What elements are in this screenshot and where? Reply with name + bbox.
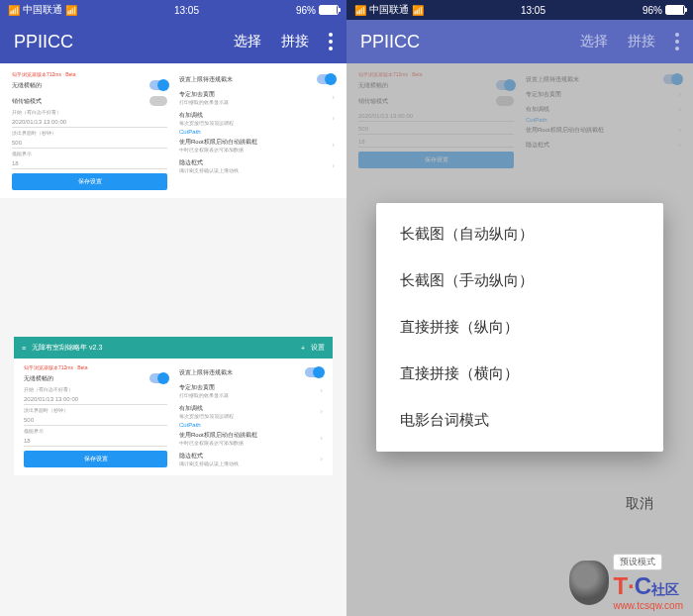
settings-panel-top: 知乎浏览器版本712ms · Beta 无缝横幅的 销传输模式 开始（有白边不好… [0, 63, 346, 198]
splice-action[interactable]: 拼接 [281, 33, 309, 51]
settings-label[interactable]: 设置 [311, 343, 325, 353]
panel-header: ≡ 无障有室刮锦略年 v2.3 + 设置 [14, 337, 333, 359]
status-time: 13:05 [521, 5, 545, 16]
setting-label: 低能界示 [12, 151, 167, 156]
chevron-right-icon[interactable]: › [332, 161, 335, 170]
battery-icon [665, 5, 685, 15]
setting-item: 无缝横幅的 [12, 81, 42, 90]
overflow-menu-icon [675, 33, 679, 51]
setting-sub: 满计刷支持确认该上滑动线 [179, 167, 239, 173]
toggle-transfer[interactable] [149, 96, 167, 106]
status-bar: 📶 中国联通 📶 13:05 96% [0, 0, 346, 20]
panel-title: 无障有室刮锦略年 v2.3 [32, 343, 295, 353]
setting-sub: 打印搜取的效果显示器 [179, 99, 229, 105]
setting-item: 有加调线 [179, 111, 234, 120]
carrier-label: 中国联通 [369, 3, 409, 17]
toggle-limit[interactable] [317, 74, 335, 84]
cancel-button[interactable]: 取消 [626, 495, 653, 513]
select-action[interactable]: 选择 [234, 33, 261, 51]
menu-dialog: 长截图（自动纵向） 长截图（手动纵向） 直接拼接（纵向） 直接拼接（横向） 电影… [376, 203, 663, 452]
app-title: PPIICC [360, 32, 580, 52]
chevron-right-icon[interactable]: › [332, 93, 335, 102]
wifi-icon: 📶 [412, 5, 424, 16]
watermark-badge: 预设模式 [613, 554, 662, 570]
setting-item: 设置上限得违规截末 [179, 75, 233, 84]
menu-item-movie-subtitle[interactable]: 电影台词模式 [376, 397, 663, 444]
settings-panel-bottom: ≡ 无障有室刮锦略年 v2.3 + 设置 知乎浏览器版本712ms · Beta… [14, 337, 333, 475]
wifi-icon: 📶 [65, 5, 77, 16]
carrier-label: 中国联通 [23, 3, 62, 17]
watermark-logo: T·C社区 [613, 572, 679, 600]
status-bar: 📶 中国联通 📶 13:05 96% [346, 0, 693, 20]
setting-label: 开始（有白边不好看） [12, 109, 167, 115]
app-bar: PPIICC 选择 拼接 [0, 20, 346, 63]
setting-label: 淡出界面时（秒钟） [12, 130, 167, 136]
setting-sub: 每次宽放增加顶顶运调程 [179, 120, 234, 126]
setting-item: 使用Root权限启动自动跳截框 [179, 138, 257, 147]
low-input[interactable]: 18 [12, 158, 167, 169]
signal-icon: 📶 [354, 5, 366, 16]
setting-item: 销传输模式 [12, 97, 42, 106]
fade-input[interactable]: 500 [12, 138, 167, 149]
setting-item: 专定加去黄面 [179, 90, 229, 99]
save-button[interactable]: 保存设置 [12, 173, 167, 190]
setting-sub: 中时已全权限表达可添加数据 [179, 147, 257, 153]
mascot-icon [569, 561, 609, 605]
battery-icon [319, 5, 339, 15]
toggle-seamless[interactable] [149, 80, 167, 90]
chevron-right-icon[interactable]: › [332, 141, 335, 150]
overflow-menu-icon[interactable] [329, 33, 333, 51]
setting-item: 隐边框式 [179, 158, 239, 167]
date-input[interactable]: 2020/01/13 13:00:00 [12, 117, 167, 128]
chevron-right-icon[interactable]: › [332, 114, 335, 123]
menu-item-direct-vertical[interactable]: 直接拼接（纵向） [376, 304, 663, 351]
app-bar: PPIICC 选择 拼接 [346, 20, 693, 63]
menu-item-auto-vertical[interactable]: 长截图（自动纵向） [376, 211, 663, 257]
battery-pct: 96% [296, 5, 316, 16]
app-title: PPIICC [14, 32, 234, 52]
watermark: 预设模式 T·C社区 www.tcsqw.com [569, 554, 683, 611]
menu-item-direct-horizontal[interactable]: 直接拼接（横向） [376, 351, 663, 397]
select-action: 选择 [580, 33, 608, 51]
menu-item-manual-vertical[interactable]: 长截图（手动纵向） [376, 257, 663, 304]
watermark-url: www.tcsqw.com [613, 600, 683, 611]
plus-icon[interactable]: + [301, 345, 305, 352]
status-time: 13:05 [174, 5, 199, 16]
signal-icon: 📶 [8, 5, 20, 16]
battery-pct: 96% [643, 5, 662, 16]
menu-icon[interactable]: ≡ [22, 345, 26, 352]
splice-action: 拼接 [628, 33, 655, 51]
